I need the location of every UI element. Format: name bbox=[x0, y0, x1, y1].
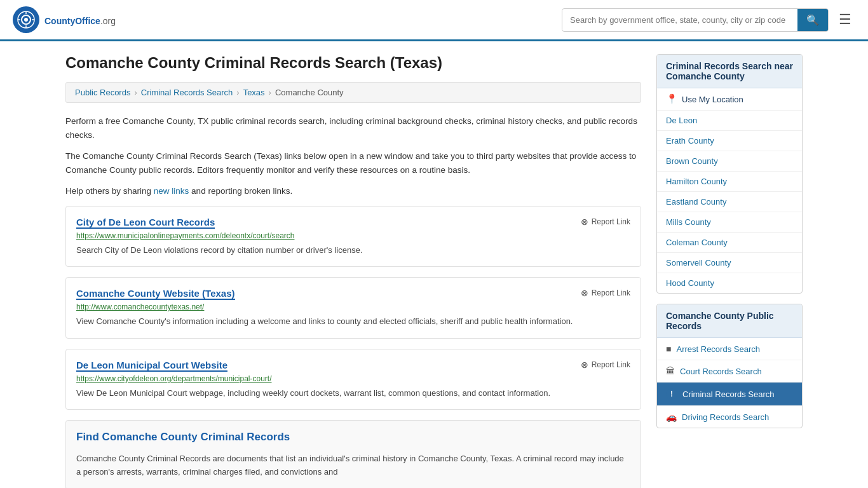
report-link-3[interactable]: ⊗ Report Link bbox=[581, 360, 630, 370]
driving-icon: 🚗 bbox=[666, 412, 677, 422]
sidebar-item-hamilton[interactable]: Hamilton County bbox=[657, 172, 802, 192]
location-pin-icon: 📍 bbox=[666, 93, 678, 105]
sidebar-item-brown[interactable]: Brown County bbox=[657, 151, 802, 172]
sidebar-criminal-records[interactable]: ! Criminal Records Search bbox=[657, 383, 802, 406]
record-title-1[interactable]: City of De Leon Court Records bbox=[76, 217, 215, 229]
sidebar-nearby-list: 📍 Use My Location De Leon Erath County B… bbox=[657, 88, 802, 293]
record-url-2[interactable]: http://www.comanchecountytexas.net/ bbox=[76, 302, 630, 311]
find-section-heading: Find Comanche County Criminal Records bbox=[76, 431, 630, 446]
record-item-2: Comanche County Website (Texas) ⊗ Report… bbox=[65, 277, 641, 339]
report-link-1[interactable]: ⊗ Report Link bbox=[581, 217, 630, 227]
use-location-link[interactable]: 📍 Use My Location bbox=[657, 88, 802, 110]
record-desc-1: Search City of De Leon violations record… bbox=[76, 244, 630, 257]
header: CountyOffice.org 🔍 ☰ bbox=[0, 0, 868, 41]
sidebar-nearby-section: Criminal Records Search near Comanche Co… bbox=[656, 54, 803, 294]
sidebar-item-eastland[interactable]: Eastland County bbox=[657, 192, 802, 212]
report-link-2[interactable]: ⊗ Report Link bbox=[581, 288, 630, 298]
new-links-link[interactable]: new links bbox=[154, 186, 189, 196]
sidebar-item-mills[interactable]: Mills County bbox=[657, 212, 802, 233]
breadcrumb: Public Records › Criminal Records Search… bbox=[65, 82, 641, 103]
sidebar-item-coleman[interactable]: Coleman County bbox=[657, 233, 802, 253]
report-icon-1: ⊗ bbox=[581, 217, 588, 227]
svg-point-2 bbox=[24, 18, 28, 22]
breadcrumb-sep-1: › bbox=[134, 88, 137, 97]
report-icon-3: ⊗ bbox=[581, 360, 588, 370]
header-right: 🔍 ☰ bbox=[562, 8, 855, 32]
sidebar: Criminal Records Search near Comanche Co… bbox=[656, 54, 803, 488]
hamburger-menu[interactable]: ☰ bbox=[835, 8, 855, 32]
logo-icon bbox=[13, 6, 39, 33]
sidebar-public-records-list: ■ Arrest Records Search 🏛 Court Records … bbox=[657, 338, 802, 428]
logo-area: CountyOffice.org bbox=[13, 6, 116, 33]
record-desc-2: View Comanche County's information inclu… bbox=[76, 315, 630, 328]
record-item-1: City of De Leon Court Records ⊗ Report L… bbox=[65, 206, 641, 268]
main-content: Comanche County Criminal Records Search … bbox=[65, 54, 641, 488]
record-url-1[interactable]: https://www.municipalonlinepayments.com/… bbox=[76, 231, 630, 240]
record-title-2[interactable]: Comanche County Website (Texas) bbox=[76, 288, 235, 300]
record-header-3: De Leon Municipal Court Website ⊗ Report… bbox=[76, 360, 630, 372]
description-3: Help others by sharing new links and rep… bbox=[65, 184, 641, 198]
breadcrumb-comanche: Comanche County bbox=[275, 88, 344, 97]
search-button[interactable]: 🔍 bbox=[797, 9, 828, 31]
record-url-3[interactable]: https://www.cityofdeleon.org/departments… bbox=[76, 374, 630, 383]
sidebar-nearby-title: Criminal Records Search near Comanche Co… bbox=[657, 55, 802, 88]
breadcrumb-sep-2: › bbox=[236, 88, 239, 97]
sidebar-public-records-title: Comanche County Public Records bbox=[657, 304, 802, 338]
description-1: Perform a free Comanche County, TX publi… bbox=[65, 114, 641, 142]
page-container: Comanche County Criminal Records Search … bbox=[53, 41, 815, 488]
sidebar-item-somervell[interactable]: Somervell County bbox=[657, 253, 802, 273]
sidebar-item-hood[interactable]: Hood County bbox=[657, 273, 802, 293]
record-header-2: Comanche County Website (Texas) ⊗ Report… bbox=[76, 288, 630, 300]
breadcrumb-criminal-records-search[interactable]: Criminal Records Search bbox=[141, 88, 233, 97]
record-desc-3: View De Leon Municipal Court webpage, in… bbox=[76, 387, 630, 400]
record-header-1: City of De Leon Court Records ⊗ Report L… bbox=[76, 217, 630, 229]
sidebar-item-erath[interactable]: Erath County bbox=[657, 131, 802, 151]
report-icon-2: ⊗ bbox=[581, 288, 588, 298]
sidebar-public-records-section: Comanche County Public Records ■ Arrest … bbox=[656, 304, 803, 428]
record-item-3: De Leon Municipal Court Website ⊗ Report… bbox=[65, 349, 641, 410]
sidebar-item-de-leon[interactable]: De Leon bbox=[657, 111, 802, 131]
breadcrumb-texas[interactable]: Texas bbox=[243, 88, 265, 97]
record-title-3[interactable]: De Leon Municipal Court Website bbox=[76, 360, 227, 372]
find-section: Find Comanche County Criminal Records Co… bbox=[65, 420, 641, 488]
court-icon: 🏛 bbox=[666, 366, 675, 376]
sidebar-arrest-records[interactable]: ■ Arrest Records Search bbox=[657, 338, 802, 360]
breadcrumb-public-records[interactable]: Public Records bbox=[75, 88, 130, 97]
sidebar-use-location[interactable]: 📍 Use My Location bbox=[657, 88, 802, 111]
logo-text: CountyOffice.org bbox=[44, 13, 116, 27]
description-2: The Comanche County Criminal Records Sea… bbox=[65, 149, 641, 177]
find-section-desc: Comanche County Criminal Records are doc… bbox=[76, 452, 630, 479]
criminal-icon: ! bbox=[666, 388, 677, 400]
breadcrumb-sep-3: › bbox=[269, 88, 271, 97]
page-title: Comanche County Criminal Records Search … bbox=[65, 54, 641, 72]
sidebar-court-records[interactable]: 🏛 Court Records Search bbox=[657, 360, 802, 383]
arrest-icon: ■ bbox=[666, 344, 671, 354]
search-bar: 🔍 bbox=[562, 8, 829, 32]
sidebar-driving-records[interactable]: 🚗 Driving Records Search bbox=[657, 406, 802, 428]
search-input[interactable] bbox=[562, 10, 797, 30]
